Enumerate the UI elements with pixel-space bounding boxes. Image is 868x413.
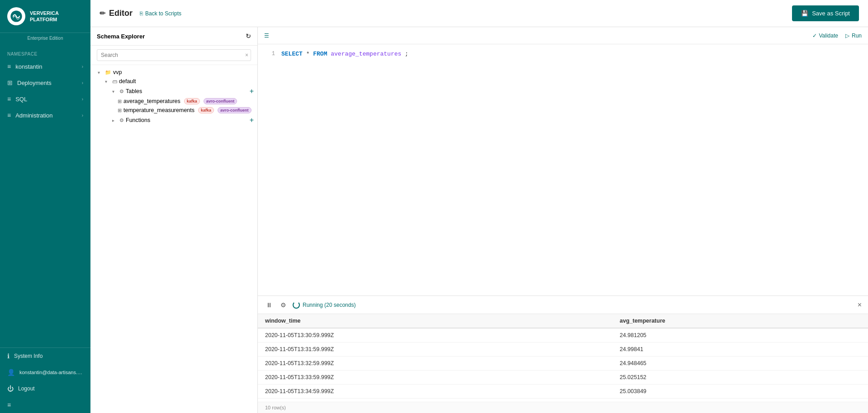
sql-icon: ≡ <box>7 95 11 103</box>
schema-explorer-title: Schema Explorer <box>97 33 145 40</box>
tree-node-tables[interactable]: ▾ ⚙ Tables + <box>90 86 257 97</box>
sidebar-item-system-info[interactable]: ℹ System Info <box>0 348 90 364</box>
code-table-name: average_temperatures <box>331 51 401 57</box>
editor-code[interactable]: SELECT * FROM average_temperatures ; <box>281 50 408 59</box>
close-results-button[interactable]: × <box>858 301 862 309</box>
badge-kafka: kafka <box>198 107 214 113</box>
topbar: ✏ Editor ⎘ Back to Scripts 💾 Save as Scr… <box>90 0 868 27</box>
schema-search-input[interactable] <box>97 49 251 61</box>
table-cell: 24.981205 <box>612 328 868 343</box>
table-cell: 2020-11-05T13:31:59.999Z <box>258 343 612 357</box>
results-table-wrap: window_time avg_temperature 2020-11-05T1… <box>258 314 868 402</box>
namespace-label: Namespace <box>0 45 90 58</box>
sidebar-item-user[interactable]: 👤 konstantin@data-artisans.com <box>0 364 90 380</box>
user-email: konstantin@data-artisans.com <box>19 370 83 375</box>
toolbar-left: ☰ <box>264 33 269 39</box>
table-row: 2020-11-05T13:30:59.999Z24.981205 <box>258 328 868 343</box>
folder-icon: 📁 <box>105 70 111 75</box>
sidebar-item-logout[interactable]: ⏻ Logout <box>0 380 90 397</box>
add-table-button[interactable]: + <box>250 87 254 95</box>
add-function-button[interactable]: + <box>250 116 254 124</box>
expand-icon: ▾ <box>105 79 110 84</box>
editor-line-1: 1 SELECT * FROM average_temperatures ; <box>258 50 868 59</box>
tree-node-average-temperatures[interactable]: ⊞ average_temperatures kafka avro-conflu… <box>90 97 257 106</box>
validate-button[interactable]: ✓ Validate <box>812 33 838 39</box>
table-cell: 24.99841 <box>612 343 868 357</box>
tree-node-default[interactable]: ▾ 🗃 default <box>90 77 257 86</box>
sidebar-hamburger[interactable]: ≡ <box>0 397 90 413</box>
table-cell: 2020-11-05T13:32:59.999Z <box>258 357 612 371</box>
search-clear-icon[interactable]: × <box>245 52 248 58</box>
tree-node-temperature-measurements[interactable]: ⊞ temperature_measurements kafka avro-co… <box>90 106 257 115</box>
sidebar-item-sql[interactable]: ≡ SQL › <box>0 91 90 107</box>
chevron-icon: › <box>82 113 83 118</box>
badge-avro: avro-confluent <box>218 107 251 113</box>
edition-label: Enterprise Edition <box>0 33 90 45</box>
schema-search-area: × <box>90 46 257 65</box>
back-to-scripts-link[interactable]: ⎘ Back to Scripts <box>140 10 181 17</box>
line-number: 1 <box>264 50 275 59</box>
logout-icon: ⏻ <box>7 385 14 392</box>
badge-kafka: kafka <box>184 98 200 104</box>
tree-node-label: Functions <box>126 117 150 123</box>
run-button[interactable]: ▷ Run <box>845 33 862 39</box>
table-cell: 25.025152 <box>612 371 868 385</box>
sidebar-item-label: SQL <box>15 96 27 103</box>
pause-icon: ⏸ <box>266 301 272 309</box>
save-as-script-button[interactable]: 💾 Save as Script <box>792 5 859 21</box>
results-status: Running (20 seconds) <box>293 301 356 309</box>
table-cell: 2020-11-05T13:30:59.999Z <box>258 328 612 343</box>
schema-explorer-header: Schema Explorer ↻ <box>90 27 257 46</box>
tree-node-label: average_temperatures <box>123 98 180 104</box>
tree-node-functions[interactable]: ▸ ⚙ Functions + <box>90 115 257 126</box>
schema-tree: ▾ 📁 vvp ▾ 🗃 default ▾ ⚙ Tables + <box>90 65 257 413</box>
sidebar-item-label: System Info <box>14 353 43 359</box>
sidebar-item-label: konstantin <box>15 63 42 70</box>
logo-text: VERVERICA PLATFORM <box>30 10 83 23</box>
badge-avro: avro-confluent <box>204 98 237 104</box>
sidebar-item-deployments[interactable]: ⊞ Deployments › <box>0 75 90 91</box>
sidebar-item-konstantin[interactable]: ≡ konstantin › <box>0 58 90 75</box>
table-cell: 24.948465 <box>612 357 868 371</box>
save-label: Save as Script <box>812 10 850 17</box>
col-avg-temperature: avg_temperature <box>612 314 868 328</box>
pause-button[interactable]: ⏸ <box>264 300 274 310</box>
results-footer: 10 row(s) <box>258 402 868 413</box>
sidebar: VERVERICA PLATFORM Enterprise Edition Na… <box>0 0 90 413</box>
info-icon: ℹ <box>7 352 9 360</box>
col-window-time: window_time <box>258 314 612 328</box>
table-row: 2020-11-05T13:33:59.999Z25.025152 <box>258 371 868 385</box>
settings-button[interactable]: ⚙ <box>279 300 288 310</box>
admin-icon: ≡ <box>7 112 11 119</box>
save-icon: 💾 <box>801 10 808 17</box>
tree-node-label: default <box>119 78 136 84</box>
edit-icon: ✏ <box>100 9 105 18</box>
results-panel: ⏸ ⚙ Running (20 seconds) × <box>258 296 868 413</box>
schema-explorer-panel: Schema Explorer ↻ × ▾ 📁 vvp ▾ <box>90 27 258 413</box>
editor-toolbar: ☰ ✓ Validate ▷ Run <box>258 27 868 44</box>
table-row: 2020-11-05T13:31:59.999Z24.99841 <box>258 343 868 357</box>
table-row: 2020-11-05T13:32:59.999Z24.948465 <box>258 357 868 371</box>
tree-node-vvp[interactable]: ▾ 📁 vvp <box>90 68 257 77</box>
toolbar-right: ✓ Validate ▷ Run <box>812 33 862 39</box>
settings-icon: ⚙ <box>280 301 286 309</box>
code-star: * <box>306 51 313 57</box>
sidebar-item-label: Deployments <box>17 80 52 86</box>
validate-label: Validate <box>819 33 838 39</box>
keyword-from: FROM <box>313 51 327 57</box>
sidebar-item-label: Administration <box>15 112 52 119</box>
hamburger-icon: ≡ <box>7 401 11 408</box>
editor-area[interactable]: 1 SELECT * FROM average_temperatures ; <box>258 44 868 296</box>
sidebar-item-administration[interactable]: ≡ Administration › <box>0 107 90 123</box>
editor-menu-button[interactable]: ☰ <box>264 33 269 39</box>
results-table: window_time avg_temperature 2020-11-05T1… <box>258 314 868 399</box>
main-content: ✏ Editor ⎘ Back to Scripts 💾 Save as Scr… <box>90 0 868 413</box>
page-title: Editor <box>109 9 133 18</box>
table-icon: ⊞ <box>118 99 122 104</box>
sidebar-logo: VERVERICA PLATFORM <box>0 0 90 33</box>
run-label: Run <box>852 33 862 39</box>
table-icon: ⊞ <box>118 108 122 113</box>
running-spinner <box>293 301 300 309</box>
logo-icon <box>7 7 25 25</box>
refresh-button[interactable]: ↻ <box>246 33 251 40</box>
